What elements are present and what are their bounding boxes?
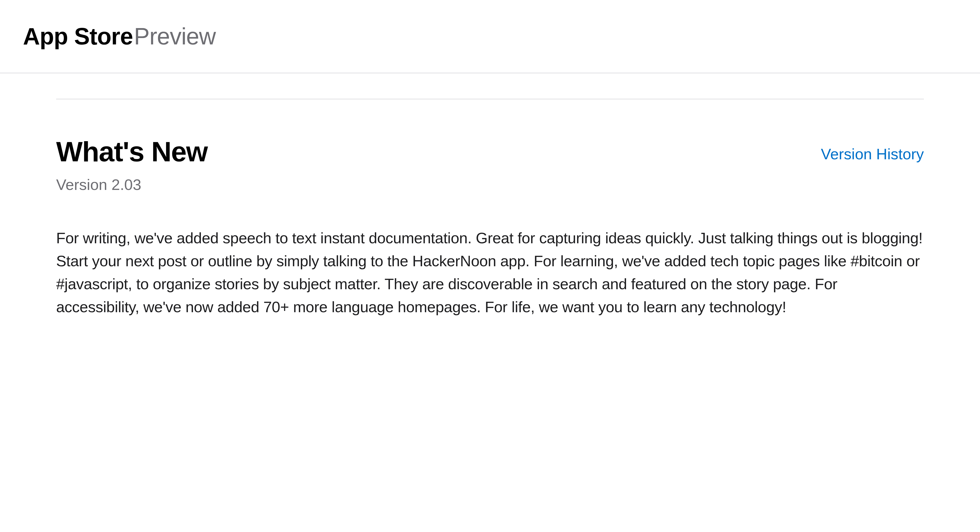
header-title-strong: App Store [23, 23, 133, 49]
header-title-light: Preview [134, 23, 216, 49]
section-header-row: What's New Version History [56, 138, 924, 166]
section-divider [56, 99, 924, 99]
page-header: App Store Preview [0, 0, 980, 73]
version-history-link[interactable]: Version History [821, 145, 924, 163]
release-notes: For writing, we've added speech to text … [56, 227, 924, 319]
version-label: Version 2.03 [56, 176, 924, 193]
whats-new-section: What's New Version History Version 2.03 … [56, 138, 924, 319]
content-container: What's New Version History Version 2.03 … [0, 99, 980, 319]
whats-new-heading: What's New [56, 138, 207, 166]
